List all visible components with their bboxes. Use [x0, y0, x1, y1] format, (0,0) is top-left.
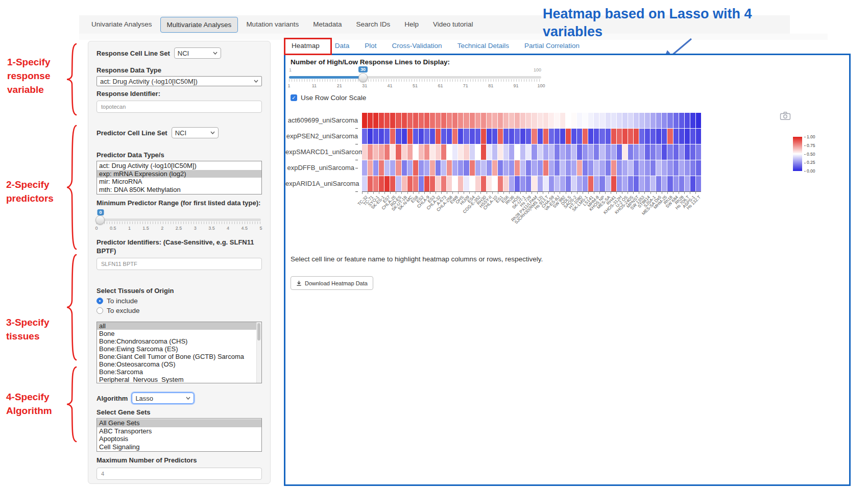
slider-track[interactable] [97, 218, 261, 221]
nav-tab-video-tutorial[interactable]: Video tutorial [427, 17, 479, 33]
heatmap-cell [475, 129, 480, 144]
heatmap-cell [396, 129, 401, 144]
max-predictors-input[interactable] [97, 468, 262, 480]
list-item-bone[interactable]: Bone [97, 330, 261, 337]
heatmap-cell [396, 144, 401, 160]
heatmap-cell [509, 160, 514, 176]
heatmap-cell [402, 129, 407, 144]
predictor-data-types-list[interactable]: act: Drug Activity (-log10[IC50M])exp: m… [97, 161, 262, 194]
heatmap-cell [617, 144, 622, 160]
row-color-scale-checkbox[interactable]: ✓ [291, 94, 297, 101]
gene-sets-list[interactable]: All Gene SetsABC TransportersApoptosisCe… [97, 418, 262, 452]
nav-tab-search-ids[interactable]: Search IDs [350, 17, 396, 33]
nav-tab-metadata[interactable]: Metadata [307, 17, 348, 33]
list-item-peripheral-nervous-system[interactable]: Peripheral_Nervous_System [97, 376, 261, 383]
tissue-list[interactable]: allBoneBone:Chondrosarcoma (CHS)Bone:Ewi… [97, 322, 262, 383]
heatmap-cell [464, 129, 469, 144]
heatmap-cell [549, 129, 554, 144]
scrollbar[interactable] [256, 322, 261, 383]
heatmap-cell [690, 160, 695, 176]
heatmap-cell [554, 176, 560, 191]
heatmap-cell [532, 113, 537, 128]
heatmap-cell [526, 113, 531, 128]
nav-tab-multivariate-analyses[interactable]: Multivariate Analyses [160, 17, 238, 33]
list-item-bone-chondrosarcoma-chs[interactable]: Bone:Chondrosarcoma (CHS) [97, 337, 261, 345]
download-heatmap-data-button[interactable]: Download Heatmap Data [291, 276, 373, 290]
list-item-bone-giant-cell-tumor-of-bone-gctb-sarcoma[interactable]: Bone:Giant Cell Tumor of Bone (GCTB) Sar… [97, 353, 261, 360]
list-item-all-gene-sets[interactable]: All Gene Sets [97, 419, 261, 427]
list-item-mth-dna-850k-methylation[interactable]: mth: DNA 850K Methylation [97, 186, 261, 194]
list-item-cell-signaling[interactable]: Cell Signaling [97, 443, 261, 451]
list-item-bone-ewing-sarcoma-es[interactable]: Bone:Ewing Sarcoma (ES) [97, 345, 261, 353]
heatmap-cell [498, 113, 503, 128]
slider-tick-labels: 1112131415161718191100 [289, 83, 541, 89]
nav-tab-help[interactable]: Help [398, 17, 425, 33]
heatmap-cell [390, 144, 395, 160]
heatmap-row-label-expsmarcd1-unisarcoma[interactable]: expSMARCD1_uniSarcoma [285, 148, 358, 163]
annotation-heatmap-note: Heatmap based on Lasso with 4 variables [543, 5, 798, 41]
heatmap-row-label-act609699-unisarcoma[interactable]: act609699_uniSarcoma [285, 116, 358, 132]
heatmap-cell [606, 129, 611, 144]
list-item-all[interactable]: all [97, 322, 261, 330]
tab-cross-validation[interactable]: Cross-Validation [392, 42, 442, 50]
heatmap-cell [577, 160, 582, 176]
heatmap-cell [685, 129, 690, 144]
heatmap-cell [606, 113, 611, 128]
scrollbar-thumb[interactable] [257, 323, 260, 340]
radio-to-include[interactable]: To include [97, 297, 262, 305]
heatmap-cell [481, 144, 486, 160]
tab-data[interactable]: Data [335, 42, 350, 50]
list-item-bone-sarcoma[interactable]: Bone:Sarcoma [97, 368, 261, 376]
heatmap-cell [685, 144, 690, 160]
list-item-bone-osteosarcoma-os[interactable]: Bone:Osteosarcoma (OS) [97, 360, 261, 368]
brace-step-3 [64, 253, 80, 361]
heatmap-cell [571, 160, 576, 176]
heatmap-cell [481, 113, 486, 128]
nav-tab-univariate-analyses[interactable]: Univariate Analyses [85, 17, 158, 33]
tab-heatmap[interactable]: Heatmap [292, 42, 320, 50]
camera-icon[interactable] [780, 111, 791, 120]
response-cell-line-set-select[interactable]: NCI [174, 47, 221, 59]
tab-partial-correlation[interactable]: Partial Correlation [524, 42, 580, 50]
nav-tab-mutation-variants[interactable]: Mutation variants [240, 17, 305, 33]
heatmap-row-label-expdffb-unisarcoma[interactable]: expDFFB_uniSarcoma [285, 164, 358, 172]
heatmap-cell [679, 160, 684, 176]
heatmap-cell [599, 176, 605, 191]
list-item-abc-transporters[interactable]: ABC Transporters [97, 427, 261, 435]
predictor-identifiers-input[interactable] [97, 258, 262, 270]
slider-handle[interactable] [95, 215, 105, 225]
list-item-exp-mrna-expression-log2[interactable]: exp: mRNA Expression (log2) [97, 170, 261, 178]
response-data-type-select[interactable]: act: Drug Activity (-log10[IC50M]) [97, 76, 262, 86]
heatmap-cell [441, 160, 446, 176]
tab-plot[interactable]: Plot [365, 42, 376, 50]
heatmap-cell [424, 144, 429, 160]
predictor-cell-line-set-select[interactable]: NCI [172, 127, 219, 138]
algorithm-select[interactable]: Lasso [132, 393, 194, 404]
tab-technical-details[interactable]: Technical Details [457, 42, 509, 50]
slider-handle[interactable] [358, 73, 368, 82]
heatmap-cell [645, 160, 650, 176]
response-identifier-input[interactable] [97, 101, 262, 113]
slider-max-label: 100 [534, 67, 541, 72]
heatmap-cell [526, 144, 531, 160]
chevron-down-icon [213, 52, 218, 55]
heatmap-row-label-exparid1a-unisarcoma[interactable]: expARID1A_uniSarcoma [285, 180, 358, 195]
radio-label: To include [107, 297, 138, 305]
heatmap-cell [379, 144, 384, 160]
heatmap-cell [509, 176, 514, 191]
list-item-mir-microrna[interactable]: mir: MicroRNA [97, 178, 261, 186]
algorithm-label: Algorithm [97, 394, 128, 403]
heatmap-cell [390, 113, 395, 128]
slider-tick-label: 41 [388, 83, 393, 88]
heatmap-cell [379, 160, 384, 176]
list-item-apoptosis[interactable]: Apoptosis [97, 435, 261, 443]
heatmap-row-label-exppsen2-unisarcoma[interactable]: expPSEN2_uniSarcoma [285, 132, 358, 148]
heatmap-cell [407, 160, 413, 176]
heatmap-cell [566, 129, 571, 144]
heatmap-cell [650, 129, 656, 144]
heatmap-cell [396, 160, 401, 176]
radio-to-exclude[interactable]: To exclude [97, 307, 262, 314]
heatmap-cell [667, 144, 672, 160]
list-item-act-drug-activity-log10-ic50m[interactable]: act: Drug Activity (-log10[IC50M]) [97, 162, 261, 170]
heatmap-cell [679, 113, 684, 128]
